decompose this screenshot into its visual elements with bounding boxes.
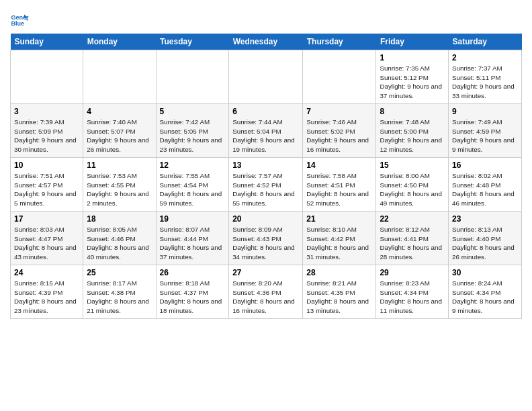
calendar-cell: 7Sunrise: 7:46 AM Sunset: 5:02 PM Daylig…: [303, 104, 376, 158]
day-info: Sunrise: 8:21 AM Sunset: 4:35 PM Dayligh…: [306, 279, 372, 316]
calendar-cell: 19Sunrise: 8:07 AM Sunset: 4:44 PM Dayli…: [156, 212, 229, 265]
day-number: 27: [232, 268, 299, 277]
calendar-cell: 11Sunrise: 7:53 AM Sunset: 4:55 PM Dayli…: [83, 158, 156, 212]
weekday-header: Friday: [376, 34, 449, 50]
calendar-cell: 27Sunrise: 8:20 AM Sunset: 4:36 PM Dayli…: [229, 265, 303, 319]
calendar-cell: 5Sunrise: 7:42 AM Sunset: 5:05 PM Daylig…: [156, 104, 229, 158]
day-info: Sunrise: 7:49 AM Sunset: 4:59 PM Dayligh…: [452, 118, 518, 154]
calendar-cell: 18Sunrise: 8:05 AM Sunset: 4:46 PM Dayli…: [83, 212, 156, 265]
calendar-cell: 1Sunrise: 7:35 AM Sunset: 5:12 PM Daylig…: [376, 50, 449, 104]
weekday-header: Wednesday: [229, 34, 303, 50]
day-info: Sunrise: 7:44 AM Sunset: 5:04 PM Dayligh…: [232, 118, 299, 154]
calendar-week-row: 1Sunrise: 7:35 AM Sunset: 5:12 PM Daylig…: [11, 50, 522, 104]
calendar-cell: 25Sunrise: 8:17 AM Sunset: 4:38 PM Dayli…: [83, 265, 156, 319]
svg-text:Blue: Blue: [11, 20, 24, 27]
logo: General Blue: [10, 11, 30, 30]
day-info: Sunrise: 8:24 AM Sunset: 4:34 PM Dayligh…: [452, 279, 518, 316]
calendar-cell: 4Sunrise: 7:40 AM Sunset: 5:07 PM Daylig…: [83, 104, 156, 158]
weekday-header: Sunday: [11, 34, 83, 50]
day-number: 7: [306, 107, 372, 116]
weekday-header: Monday: [83, 34, 156, 50]
day-info: Sunrise: 7:55 AM Sunset: 4:54 PM Dayligh…: [160, 171, 226, 208]
day-number: 3: [14, 107, 79, 116]
calendar-week-row: 17Sunrise: 8:03 AM Sunset: 4:47 PM Dayli…: [11, 212, 522, 265]
day-number: 9: [452, 107, 518, 116]
day-info: Sunrise: 7:35 AM Sunset: 5:12 PM Dayligh…: [380, 64, 445, 101]
day-info: Sunrise: 8:13 AM Sunset: 4:40 PM Dayligh…: [452, 225, 518, 262]
day-info: Sunrise: 7:58 AM Sunset: 4:51 PM Dayligh…: [306, 171, 372, 208]
calendar-cell: 15Sunrise: 8:00 AM Sunset: 4:50 PM Dayli…: [376, 158, 449, 212]
calendar-cell: 22Sunrise: 8:12 AM Sunset: 4:41 PM Dayli…: [376, 212, 449, 265]
calendar-week-row: 3Sunrise: 7:39 AM Sunset: 5:09 PM Daylig…: [11, 104, 522, 158]
day-number: 11: [87, 161, 152, 170]
day-info: Sunrise: 8:09 AM Sunset: 4:43 PM Dayligh…: [232, 225, 299, 262]
calendar-cell: 17Sunrise: 8:03 AM Sunset: 4:47 PM Dayli…: [11, 212, 83, 265]
calendar-cell: 23Sunrise: 8:13 AM Sunset: 4:40 PM Dayli…: [449, 212, 522, 265]
calendar-cell: [11, 50, 83, 104]
day-info: Sunrise: 8:02 AM Sunset: 4:48 PM Dayligh…: [452, 171, 518, 208]
calendar-cell: 29Sunrise: 8:23 AM Sunset: 4:34 PM Dayli…: [376, 265, 449, 319]
day-info: Sunrise: 7:48 AM Sunset: 5:00 PM Dayligh…: [380, 118, 445, 154]
calendar-cell: 26Sunrise: 8:18 AM Sunset: 4:37 PM Dayli…: [156, 265, 229, 319]
calendar-cell: 24Sunrise: 8:15 AM Sunset: 4:39 PM Dayli…: [11, 265, 83, 319]
day-number: 5: [160, 107, 226, 116]
day-info: Sunrise: 7:42 AM Sunset: 5:05 PM Dayligh…: [160, 118, 226, 154]
day-number: 23: [452, 214, 518, 224]
weekday-header: Saturday: [449, 34, 522, 50]
day-info: Sunrise: 8:15 AM Sunset: 4:39 PM Dayligh…: [14, 279, 79, 316]
day-number: 25: [87, 268, 152, 277]
calendar-cell: 12Sunrise: 7:55 AM Sunset: 4:54 PM Dayli…: [156, 158, 229, 212]
day-info: Sunrise: 7:57 AM Sunset: 4:52 PM Dayligh…: [232, 171, 299, 208]
calendar-week-row: 10Sunrise: 7:51 AM Sunset: 4:57 PM Dayli…: [11, 158, 522, 212]
calendar-cell: 9Sunrise: 7:49 AM Sunset: 4:59 PM Daylig…: [449, 104, 522, 158]
day-number: 18: [87, 214, 152, 224]
calendar-cell: 13Sunrise: 7:57 AM Sunset: 4:52 PM Dayli…: [229, 158, 303, 212]
day-info: Sunrise: 8:10 AM Sunset: 4:42 PM Dayligh…: [306, 225, 372, 262]
weekday-header-row: SundayMondayTuesdayWednesdayThursdayFrid…: [11, 34, 522, 50]
day-number: 13: [232, 161, 299, 170]
day-number: 21: [306, 214, 372, 224]
calendar-week-row: 24Sunrise: 8:15 AM Sunset: 4:39 PM Dayli…: [11, 265, 522, 319]
day-info: Sunrise: 8:03 AM Sunset: 4:47 PM Dayligh…: [14, 225, 79, 262]
day-number: 29: [380, 268, 445, 277]
calendar-cell: 3Sunrise: 7:39 AM Sunset: 5:09 PM Daylig…: [11, 104, 83, 158]
day-number: 17: [14, 214, 79, 224]
calendar-cell: 10Sunrise: 7:51 AM Sunset: 4:57 PM Dayli…: [11, 158, 83, 212]
day-number: 2: [452, 53, 518, 62]
day-info: Sunrise: 8:20 AM Sunset: 4:36 PM Dayligh…: [232, 279, 299, 316]
calendar-cell: [303, 50, 376, 104]
calendar-cell: 2Sunrise: 7:37 AM Sunset: 5:11 PM Daylig…: [449, 50, 522, 104]
day-info: Sunrise: 7:51 AM Sunset: 4:57 PM Dayligh…: [14, 171, 79, 208]
logo-icon: General Blue: [10, 11, 29, 30]
calendar-cell: 21Sunrise: 8:10 AM Sunset: 4:42 PM Dayli…: [303, 212, 376, 265]
page-header: General Blue: [10, 7, 522, 30]
day-info: Sunrise: 7:39 AM Sunset: 5:09 PM Dayligh…: [14, 118, 79, 154]
day-number: 15: [380, 161, 445, 170]
day-number: 24: [14, 268, 79, 277]
day-info: Sunrise: 8:05 AM Sunset: 4:46 PM Dayligh…: [87, 225, 152, 262]
day-number: 28: [306, 268, 372, 277]
calendar-cell: 16Sunrise: 8:02 AM Sunset: 4:48 PM Dayli…: [449, 158, 522, 212]
weekday-header: Thursday: [303, 34, 376, 50]
day-number: 1: [380, 53, 445, 62]
day-number: 10: [14, 161, 79, 170]
calendar-cell: 6Sunrise: 7:44 AM Sunset: 5:04 PM Daylig…: [229, 104, 303, 158]
day-info: Sunrise: 7:53 AM Sunset: 4:55 PM Dayligh…: [87, 171, 152, 208]
day-number: 22: [380, 214, 445, 224]
day-number: 4: [87, 107, 152, 116]
calendar-cell: 28Sunrise: 8:21 AM Sunset: 4:35 PM Dayli…: [303, 265, 376, 319]
calendar-cell: [156, 50, 229, 104]
day-info: Sunrise: 8:00 AM Sunset: 4:50 PM Dayligh…: [380, 171, 445, 208]
day-number: 26: [160, 268, 226, 277]
calendar-table: SundayMondayTuesdayWednesdayThursdayFrid…: [10, 34, 522, 319]
day-info: Sunrise: 8:12 AM Sunset: 4:41 PM Dayligh…: [380, 225, 445, 262]
day-number: 14: [306, 161, 372, 170]
day-number: 12: [160, 161, 226, 170]
day-info: Sunrise: 7:46 AM Sunset: 5:02 PM Dayligh…: [306, 118, 372, 154]
calendar-cell: 8Sunrise: 7:48 AM Sunset: 5:00 PM Daylig…: [376, 104, 449, 158]
weekday-header: Tuesday: [156, 34, 229, 50]
calendar-cell: [229, 50, 303, 104]
day-info: Sunrise: 8:17 AM Sunset: 4:38 PM Dayligh…: [87, 279, 152, 316]
day-info: Sunrise: 8:18 AM Sunset: 4:37 PM Dayligh…: [160, 279, 226, 316]
day-number: 16: [452, 161, 518, 170]
